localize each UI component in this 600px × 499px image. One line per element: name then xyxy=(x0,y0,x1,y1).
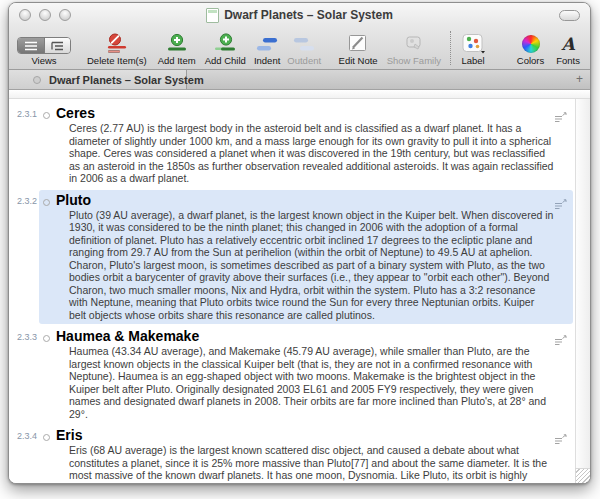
vertical-scrollbar[interactable] xyxy=(575,99,590,468)
item-note-text[interactable]: Ceres (2.77 AU) is the largest body in t… xyxy=(69,122,554,185)
item-number: 2.3.4 xyxy=(9,425,39,483)
note-indicator-icon[interactable] xyxy=(554,105,571,185)
tab-bar: Dwarf Planets – Solar System + xyxy=(9,70,590,90)
item-note-text[interactable]: Pluto (39 AU average), a dwarf planet, i… xyxy=(69,209,554,322)
window-controls xyxy=(19,9,71,21)
title-bar[interactable]: Dwarf Planets – Solar System xyxy=(9,3,590,27)
item-number: 2.3.2 xyxy=(9,190,39,325)
colors-button[interactable]: Colors xyxy=(517,32,544,66)
outdent-icon xyxy=(292,32,316,54)
label-icon xyxy=(460,32,486,54)
tab-dwarf-planets[interactable]: Dwarf Planets – Solar System xyxy=(9,70,187,89)
delete-item-button[interactable]: Delete Item(s) xyxy=(87,32,147,66)
outline-item-ceres[interactable]: 2.3.1 Ceres Ceres (2.77 AU) is the large… xyxy=(9,103,575,188)
outline-content-area[interactable]: 2.3.1 Ceres Ceres (2.77 AU) is the large… xyxy=(9,99,590,483)
item-note-text[interactable]: Haumea (43.34 AU average), and Makemake … xyxy=(69,345,554,420)
window-title: Dwarf Planets – Solar System xyxy=(224,8,393,22)
item-title[interactable]: Haumea & Makemake xyxy=(56,328,554,344)
outdent-label: Outdent xyxy=(287,55,321,66)
resize-grip[interactable] xyxy=(575,468,590,483)
toolbar-separator xyxy=(450,31,451,65)
bullet-icon[interactable] xyxy=(43,112,50,119)
views-segmented-control[interactable]: Views xyxy=(17,32,71,66)
color-wheel-icon xyxy=(522,35,540,53)
edit-note-icon xyxy=(347,32,369,54)
item-number: 2.3.3 xyxy=(9,326,39,423)
outline-item-haumea-makemake[interactable]: 2.3.3 Haumea & Makemake Haumea (43.34 AU… xyxy=(9,326,575,423)
item-title[interactable]: Eris xyxy=(56,427,554,443)
show-family-icon xyxy=(402,32,426,54)
add-child-label: Add Child xyxy=(205,55,246,66)
minimize-button[interactable] xyxy=(39,9,51,21)
note-indicator-icon[interactable] xyxy=(554,328,571,420)
fonts-icon: A xyxy=(562,34,575,54)
indent-button[interactable]: Indent xyxy=(254,32,280,66)
toolbar: Views Delete Item(s) xyxy=(9,27,590,70)
tab-label: Dwarf Planets – Solar System xyxy=(49,74,204,86)
views-label: Views xyxy=(31,55,56,66)
show-family-button: Show Family xyxy=(387,32,441,66)
document-icon xyxy=(206,8,219,23)
delete-item-label: Delete Item(s) xyxy=(87,55,147,66)
edit-note-button[interactable]: Edit Note xyxy=(339,32,378,66)
delete-item-icon xyxy=(105,32,129,54)
fonts-label: Fonts xyxy=(556,55,580,66)
edit-note-label: Edit Note xyxy=(339,55,378,66)
item-note-text[interactable]: Eris (68 AU average) is the largest know… xyxy=(69,444,554,483)
add-child-button[interactable]: Add Child xyxy=(205,32,246,66)
indent-label: Indent xyxy=(254,55,280,66)
outline-item-eris[interactable]: 2.3.4 Eris Eris (68 AU average) is the l… xyxy=(9,425,575,483)
toolbar-toggle-button[interactable] xyxy=(559,10,580,21)
fonts-button[interactable]: A Fonts xyxy=(556,32,580,66)
add-item-label: Add Item xyxy=(158,55,196,66)
list-view-icon[interactable] xyxy=(18,38,44,53)
item-title[interactable]: Pluto xyxy=(56,192,554,208)
outline-item-pluto[interactable]: 2.3.2 Pluto Pluto (39 AU average), a dwa… xyxy=(9,190,575,325)
outline-view-icon[interactable] xyxy=(44,38,70,53)
note-indicator-icon[interactable] xyxy=(554,427,571,483)
label-label: Label xyxy=(461,55,484,66)
bullet-icon[interactable] xyxy=(43,199,50,206)
outline-list: 2.3.1 Ceres Ceres (2.77 AU) is the large… xyxy=(9,103,575,483)
add-tab-button[interactable]: + xyxy=(576,72,583,86)
show-family-label: Show Family xyxy=(387,55,441,66)
note-indicator-icon[interactable] xyxy=(554,192,571,322)
tab-close-icon[interactable] xyxy=(33,76,41,84)
item-title[interactable]: Ceres xyxy=(56,105,554,121)
bullet-icon[interactable] xyxy=(43,335,50,342)
selection-highlight: Pluto Pluto (39 AU average), a dwarf pla… xyxy=(39,190,573,325)
label-button[interactable]: Label xyxy=(460,32,486,66)
window-title-group: Dwarf Planets – Solar System xyxy=(206,8,393,23)
colors-label: Colors xyxy=(517,55,544,66)
bullet-icon[interactable] xyxy=(43,434,50,441)
add-item-icon xyxy=(165,32,189,54)
add-item-button[interactable]: Add Item xyxy=(158,32,196,66)
add-child-icon xyxy=(213,32,237,54)
indent-icon xyxy=(255,32,279,54)
header-strip xyxy=(9,90,590,99)
zoom-button[interactable] xyxy=(59,9,71,21)
close-button[interactable] xyxy=(19,9,31,21)
outdent-button: Outdent xyxy=(287,32,321,66)
item-number: 2.3.1 xyxy=(9,103,39,188)
app-window: Dwarf Planets – Solar System Views xyxy=(8,2,591,484)
